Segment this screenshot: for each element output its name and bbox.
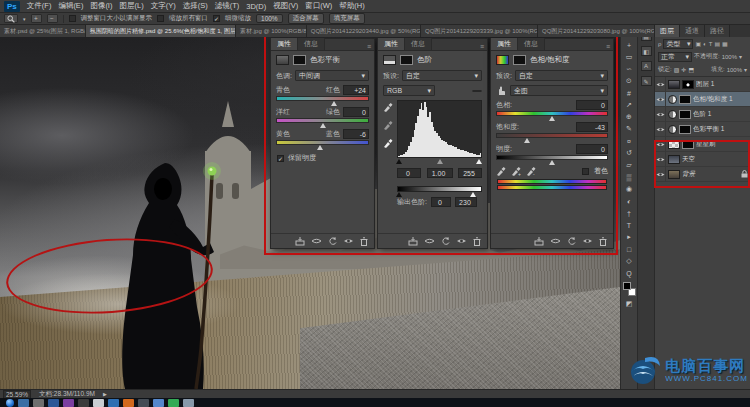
taskbar-app-icon-9[interactable] xyxy=(153,399,164,407)
menu-item-view[interactable]: 视图(V) xyxy=(273,1,298,11)
taskbar-app-icon-3[interactable] xyxy=(63,399,74,407)
channel-dropdown[interactable]: RGB ▾ xyxy=(383,85,435,96)
layer-thumbnail[interactable] xyxy=(668,155,680,164)
pen-tool-icon[interactable]: † xyxy=(623,207,636,219)
eraser-tool-icon[interactable]: ▱ xyxy=(623,159,636,171)
menu-item-layer[interactable]: 图层(L) xyxy=(119,1,143,11)
chevron-down-icon[interactable]: ▾ xyxy=(739,53,742,60)
lightness-value[interactable]: 0 xyxy=(576,144,608,154)
status-options-arrow-icon[interactable]: ▶ xyxy=(103,391,107,397)
zoom-in-icon[interactable]: + xyxy=(31,14,42,23)
zoom-tool-active-icon[interactable] xyxy=(4,14,18,23)
shadow-input-slider[interactable] xyxy=(396,159,402,164)
sample-eyedropper-icon[interactable] xyxy=(496,166,506,176)
fill-value[interactable]: 100% xyxy=(727,67,742,73)
taskbar-app-icon-11[interactable] xyxy=(183,399,194,407)
move-tool-icon[interactable]: + xyxy=(623,39,636,51)
layer-mask-thumbnail[interactable] xyxy=(682,140,694,149)
taskbar-app-icon-0[interactable] xyxy=(18,399,29,407)
layer-row-hue-saturation[interactable]: 色相/饱和度 1 xyxy=(655,92,750,107)
zoom-tool-icon[interactable]: Q xyxy=(623,267,636,279)
layer-row-sky[interactable]: 天空 xyxy=(655,152,750,167)
layer-row-layer1[interactable]: 图层 1 xyxy=(655,77,750,92)
previous-state-eye-icon[interactable] xyxy=(424,237,435,245)
filter-smart-object-icon[interactable]: ▦ xyxy=(722,40,728,47)
filter-shape-icon[interactable]: ▤ xyxy=(714,40,720,47)
panel-menu-icon[interactable]: ≡ xyxy=(432,43,487,50)
resize-windows-checkbox[interactable] xyxy=(69,15,76,22)
saturation-value[interactable]: -43 xyxy=(576,122,608,132)
layer-name[interactable]: 天空 xyxy=(682,155,748,164)
menu-item-file[interactable]: 文件(F) xyxy=(27,1,52,11)
clip-to-layer-icon[interactable] xyxy=(295,237,305,246)
character-panel-icon[interactable]: A xyxy=(641,61,652,71)
visibility-eye-icon[interactable] xyxy=(655,107,666,122)
menu-item-type[interactable]: 文字(Y) xyxy=(151,1,176,11)
layer-thumbnail[interactable] xyxy=(668,80,680,89)
visibility-eye-icon[interactable] xyxy=(655,152,666,167)
delete-trash-icon[interactable] xyxy=(473,237,481,246)
layer-name[interactable]: 星星刷 xyxy=(696,140,748,149)
highlight-input-slider[interactable] xyxy=(476,159,482,164)
blend-mode-dropdown[interactable]: 正常 ▾ xyxy=(658,52,692,62)
tab-channels[interactable]: 通道 xyxy=(680,25,705,37)
adjustment-layer-icon[interactable] xyxy=(668,125,677,134)
visibility-eye-icon[interactable] xyxy=(655,92,666,107)
subtract-sample-eyedropper-icon[interactable]: - xyxy=(526,166,536,176)
menu-item-select[interactable]: 选择(S) xyxy=(183,1,208,11)
quick-mask-icon[interactable]: ◩ xyxy=(623,298,636,310)
output-high-slider[interactable] xyxy=(470,192,476,197)
opacity-value[interactable]: 100% xyxy=(722,54,737,60)
tone-dropdown[interactable]: 中间调 ▾ xyxy=(295,70,369,81)
hand-tool-icon[interactable]: ◇ xyxy=(623,255,636,267)
menu-item-filter[interactable]: 滤镜(T) xyxy=(215,1,240,11)
chevron-down-icon[interactable]: ▾ xyxy=(744,66,747,73)
preset-dropdown[interactable]: 自定 ▾ xyxy=(402,70,482,81)
document-tab-0[interactable]: 素材.psd @ 25%(图层 1, RGB/8)× xyxy=(0,25,86,37)
color-range-dropdown[interactable]: 全图 ▾ xyxy=(510,85,608,96)
layer-name[interactable]: 色彩平衡 1 xyxy=(693,125,748,134)
foreground-color-swatch[interactable] xyxy=(623,282,631,290)
visibility-eye-icon[interactable] xyxy=(456,237,467,245)
document-tab-2[interactable]: 素材.jpg @ 100%(RGB/8)× xyxy=(236,25,307,37)
gradient-tool-icon[interactable]: ▒ xyxy=(623,171,636,183)
healing-brush-tool-icon[interactable]: ⊕ xyxy=(623,111,636,123)
layer-row-levels[interactable]: 色阶 1 xyxy=(655,107,750,122)
reset-icon[interactable] xyxy=(567,237,576,246)
preserve-luminosity-checkbox[interactable]: ✓ xyxy=(277,155,284,162)
saturation-track[interactable] xyxy=(496,133,608,138)
menu-item-help[interactable]: 帮助(H) xyxy=(339,1,364,11)
layer-thumbnail[interactable] xyxy=(668,140,680,149)
visibility-eye-icon[interactable] xyxy=(655,77,666,92)
clone-stamp-tool-icon[interactable]: ¤ xyxy=(623,135,636,147)
document-tab-5[interactable]: QQ图片20141229203080.jpg @ 100%(RGB/8)× xyxy=(538,25,655,37)
layer-mask-thumbnail[interactable] xyxy=(679,95,691,104)
actual-pixels-button[interactable]: 100% xyxy=(256,14,283,23)
filter-pixel-icon[interactable]: ▣ xyxy=(695,40,701,47)
visibility-eye-icon[interactable] xyxy=(343,237,354,245)
menu-item-window[interactable]: 窗口(W) xyxy=(305,1,332,11)
menu-item-image[interactable]: 图像(I) xyxy=(90,1,112,11)
adjustment-layer-icon[interactable] xyxy=(668,110,677,119)
cyan-red-handle[interactable] xyxy=(331,101,337,106)
visibility-eye-icon[interactable] xyxy=(655,167,666,182)
lightness-handle[interactable] xyxy=(549,160,555,165)
hue-handle[interactable] xyxy=(549,116,555,121)
layer-thumbnail[interactable] xyxy=(668,170,680,179)
layer-mask-thumbnail[interactable] xyxy=(682,80,694,89)
path-selection-tool-icon[interactable]: ▸ xyxy=(623,231,636,243)
targeted-adjustment-hand-icon[interactable] xyxy=(496,86,507,96)
cyan-red-track[interactable] xyxy=(276,96,369,101)
eyedropper-tool-icon[interactable]: ↗ xyxy=(623,99,636,111)
tool-preset-caret-icon[interactable]: ▾ xyxy=(23,16,26,22)
zoom-out-icon[interactable]: − xyxy=(47,14,58,23)
output-high-value[interactable]: 230 xyxy=(455,197,477,207)
tab-paths[interactable]: 路径 xyxy=(705,25,730,37)
auto-button[interactable] xyxy=(472,90,482,92)
output-low-value[interactable]: 0 xyxy=(431,197,451,207)
taskbar-app-icon-10[interactable] xyxy=(168,399,179,407)
document-tab-4[interactable]: QQ图片20141229203339.jpg @ 100%(RGB/8)× xyxy=(421,25,538,37)
layer-mask-thumbnail[interactable] xyxy=(679,125,691,134)
magenta-green-handle[interactable] xyxy=(320,123,326,128)
dodge-tool-icon[interactable]: ◐ xyxy=(623,195,636,207)
